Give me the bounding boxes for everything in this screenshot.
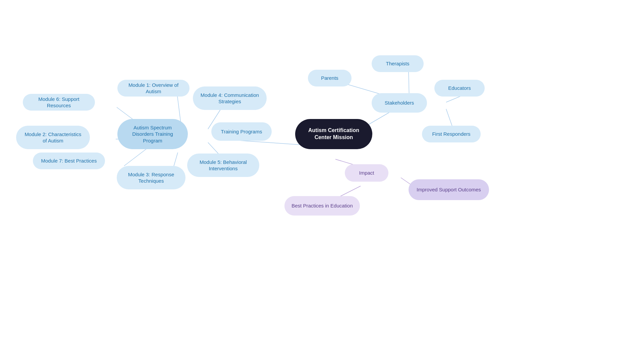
educators-node[interactable]: Educators bbox=[434, 80, 485, 97]
first-responders-node[interactable]: First Responders bbox=[422, 126, 481, 142]
module5-node[interactable]: Module 5: Behavioral Interventions bbox=[187, 154, 259, 177]
connection-lines bbox=[0, 0, 644, 363]
best-practices-node[interactable]: Best Practices in Education bbox=[284, 196, 360, 216]
parents-node[interactable]: Parents bbox=[308, 70, 352, 86]
improved-support-node[interactable]: Improved Support Outcomes bbox=[409, 179, 489, 200]
module2-node[interactable]: Module 2: Characteristics of Autism bbox=[16, 126, 90, 149]
training-programs-node[interactable]: Training Programs bbox=[211, 122, 272, 141]
asdtp-node[interactable]: Autism Spectrum Disorders Training Progr… bbox=[117, 119, 188, 149]
center-node[interactable]: Autism Certification Center Mission bbox=[295, 119, 372, 149]
module1-node[interactable]: Module 1: Overview of Autism bbox=[117, 80, 190, 97]
therapists-node[interactable]: Therapists bbox=[372, 55, 424, 72]
stakeholders-node[interactable]: Stakeholders bbox=[372, 93, 427, 113]
impact-node[interactable]: Impact bbox=[345, 164, 388, 182]
module4-node[interactable]: Module 4: Communication Strategies bbox=[193, 86, 267, 110]
module3-node[interactable]: Module 3: Response Techniques bbox=[117, 166, 185, 189]
module7-node[interactable]: Module 7: Best Practices bbox=[33, 153, 105, 169]
module6-node[interactable]: Module 6: Support Resources bbox=[23, 94, 95, 111]
